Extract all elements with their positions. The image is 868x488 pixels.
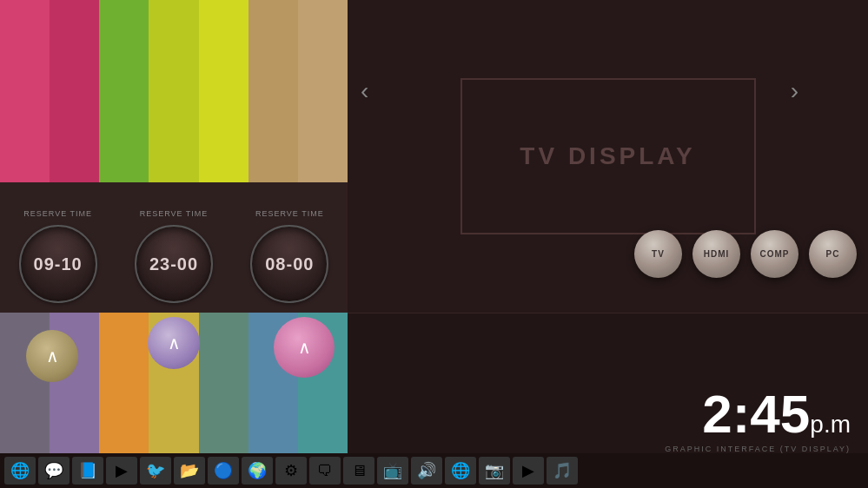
- tv-label: TV: [652, 249, 665, 259]
- taskbar-icon-11[interactable]: 📺: [377, 457, 408, 485]
- taskbar-icon-7[interactable]: 🌍: [242, 457, 273, 485]
- tv-display-label: TV DISPLAY: [520, 142, 695, 170]
- taskbar-icon-14[interactable]: 📷: [479, 457, 510, 485]
- comp-input-button[interactable]: COMP: [751, 230, 798, 278]
- reserve-item-2: RESERVE TIME 23-00: [135, 209, 213, 303]
- color-bar-yellow: [199, 0, 248, 182]
- clock-subtitle: GRAPHIC INTERFACE (TV DISPLAY): [665, 445, 851, 453]
- taskbar-icon-9[interactable]: 🗨: [309, 457, 341, 485]
- hdmi-input-button[interactable]: HDMI: [692, 230, 740, 278]
- color-bar-lime: [149, 0, 198, 182]
- reserve-label-1: RESERVE TIME: [23, 209, 92, 218]
- taskbar-icon-0[interactable]: 🌐: [4, 457, 36, 485]
- taskbar-icon-3[interactable]: ▶: [106, 457, 137, 485]
- nav-arrow-right[interactable]: ›: [791, 77, 798, 105]
- color-bar-light-tan: [298, 0, 348, 182]
- clock-time-value: 2:45: [702, 384, 810, 444]
- clock-section: 2:45p.m GRAPHIC INTERFACE (TV DISPLAY): [665, 387, 851, 453]
- chevron-up-icon-2: ∧: [168, 334, 181, 352]
- clock-period: p.m: [810, 411, 851, 438]
- color-bar-bottom-orange: [99, 313, 149, 456]
- time-circle-1: 09-10: [19, 225, 97, 303]
- taskbar-icon-10[interactable]: 🖥: [343, 457, 374, 485]
- taskbar-icon-13[interactable]: 🌐: [445, 457, 476, 485]
- taskbar-icon-16[interactable]: 🎵: [547, 457, 578, 485]
- scroll-button-1[interactable]: ∧: [26, 330, 78, 382]
- color-bar-pink-red: [0, 0, 50, 182]
- chevron-up-icon-3: ∧: [298, 339, 311, 356]
- reserve-label-3: RESERVE TIME: [255, 209, 324, 218]
- comp-label: COMP: [760, 249, 790, 259]
- chevron-up-icon-1: ∧: [46, 347, 59, 365]
- time-circle-3: 08-00: [250, 225, 328, 303]
- time-circle-2: 23-00: [135, 225, 213, 303]
- reserve-item-1: RESERVE TIME 09-10: [19, 209, 97, 303]
- nav-arrow-left[interactable]: ‹: [361, 77, 368, 105]
- color-bar-deep-pink: [50, 0, 99, 182]
- color-bar-tan: [248, 0, 298, 182]
- taskbar-icon-12[interactable]: 🔊: [411, 457, 442, 485]
- time-value-2: 23-00: [149, 254, 198, 274]
- taskbar-icon-6[interactable]: 🔵: [208, 457, 239, 485]
- taskbar-icon-4[interactable]: 🐦: [140, 457, 171, 485]
- left-panel-top: [0, 0, 348, 182]
- left-panel-bottom: ∧ ∧ ∧: [0, 313, 348, 456]
- color-bar-yellow-green: [99, 0, 149, 182]
- reserve-item-3: RESERVE TIME 08-00: [250, 209, 328, 303]
- time-value-1: 09-10: [34, 254, 83, 274]
- pc-input-button[interactable]: PC: [809, 230, 857, 278]
- pc-label: PC: [826, 249, 840, 259]
- tv-display-box: TV DISPLAY: [461, 78, 756, 234]
- color-bar-bottom-teal: [199, 313, 248, 456]
- reserve-section: RESERVE TIME 09-10 RESERVE TIME 23-00 RE…: [0, 182, 348, 313]
- divider: [348, 313, 868, 313]
- taskbar-icon-8[interactable]: ⚙: [275, 457, 307, 485]
- taskbar: 🌐💬📘▶🐦📂🔵🌍⚙🗨🖥📺🔊🌐📷▶🎵: [0, 453, 868, 488]
- taskbar-icon-5[interactable]: 📂: [174, 457, 205, 485]
- color-bars-bottom-container: ∧ ∧ ∧: [0, 313, 348, 456]
- clock-time-display: 2:45p.m: [665, 387, 851, 441]
- taskbar-icon-2[interactable]: 📘: [72, 457, 103, 485]
- color-bars-top: [0, 0, 348, 182]
- tv-input-button[interactable]: TV: [634, 230, 682, 278]
- input-buttons: TV HDMI COMP PC: [634, 230, 857, 278]
- hdmi-label: HDMI: [704, 249, 730, 259]
- taskbar-icon-1[interactable]: 💬: [38, 457, 70, 485]
- taskbar-icon-15[interactable]: ▶: [513, 457, 544, 485]
- scroll-button-2[interactable]: ∧: [148, 317, 200, 369]
- reserve-label-2: RESERVE TIME: [140, 209, 209, 218]
- scroll-button-3[interactable]: ∧: [274, 317, 335, 378]
- time-value-3: 08-00: [265, 254, 314, 274]
